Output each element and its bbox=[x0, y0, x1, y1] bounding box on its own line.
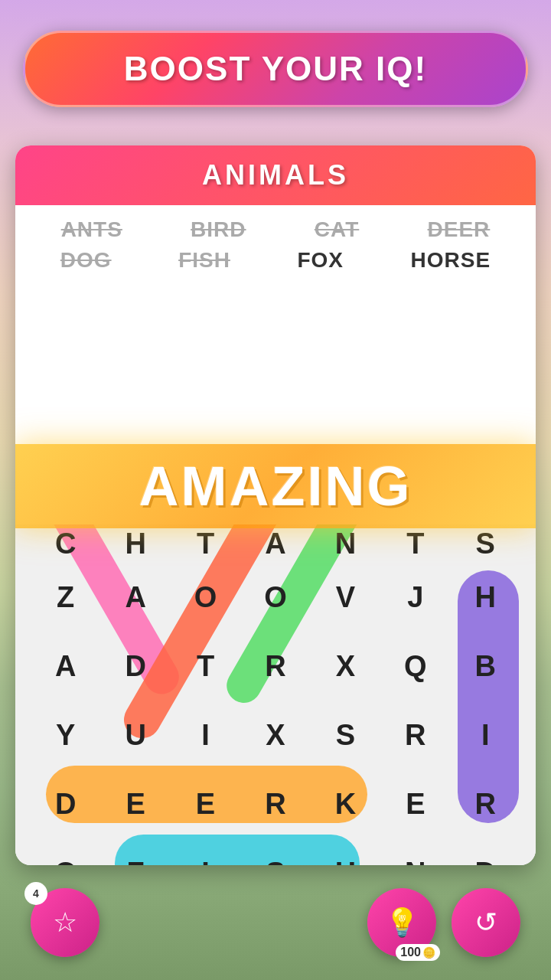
words-row-1: ANTS BIRD CAT DEER bbox=[31, 217, 520, 242]
cell-5-0: Q bbox=[35, 842, 96, 865]
refresh-icon: ↺ bbox=[474, 906, 497, 939]
cell-5-1: F bbox=[105, 842, 166, 865]
category-header: ANIMALS bbox=[15, 145, 536, 205]
cell-1-5: J bbox=[385, 567, 446, 628]
refresh-button[interactable]: ↺ bbox=[452, 888, 520, 957]
letter-grid: C H T A N T S Z A O O V J H A D bbox=[15, 524, 536, 865]
cell-5-4: H bbox=[315, 842, 376, 865]
hint-coins-badge: 100 🪙 bbox=[396, 944, 440, 961]
cell-p0: C bbox=[35, 524, 96, 563]
cell-2-1: D bbox=[105, 635, 166, 697]
cell-2-5: Q bbox=[385, 635, 446, 697]
hint-icon: 💡 bbox=[385, 906, 419, 939]
cell-1-6: H bbox=[455, 567, 516, 628]
grid-row-3: Y U I X S R I bbox=[15, 701, 536, 769]
cell-5-6: D bbox=[455, 842, 516, 865]
grid-row-partial: C H T A N T S bbox=[15, 524, 536, 563]
cell-2-0: A bbox=[35, 635, 96, 697]
cell-p4: N bbox=[315, 524, 376, 563]
cell-4-2: E bbox=[175, 773, 236, 835]
cell-3-3: X bbox=[245, 704, 306, 766]
cell-3-4: S bbox=[315, 704, 376, 766]
game-card: ANIMALS ANTS BIRD CAT DEER DOG FISH FOX … bbox=[15, 145, 536, 865]
grid-row-5: Q F I S H N D bbox=[15, 838, 536, 865]
word-fox: FOX bbox=[297, 248, 344, 273]
hint-button[interactable]: 💡 100 🪙 bbox=[367, 888, 436, 957]
cell-p2: T bbox=[175, 524, 236, 563]
cell-p5: T bbox=[385, 524, 446, 563]
bottom-nav: ☆ 4 💡 100 🪙 ↺ bbox=[0, 888, 551, 957]
cell-2-2: T bbox=[175, 635, 236, 697]
grid-row-1: Z A O O V J H bbox=[15, 563, 536, 632]
amazing-text: AMAZING bbox=[139, 455, 412, 518]
cell-1-2: O bbox=[175, 567, 236, 628]
category-title: ANIMALS bbox=[29, 159, 522, 191]
word-horse: HORSE bbox=[411, 248, 491, 273]
cell-3-5: R bbox=[385, 704, 446, 766]
coin-icon: 🪙 bbox=[422, 946, 435, 959]
grid-row-2: A D T R X Q B bbox=[15, 632, 536, 701]
word-fish: FISH bbox=[178, 248, 230, 273]
cell-4-4: K bbox=[315, 773, 376, 835]
amazing-overlay: AMAZING bbox=[15, 444, 536, 528]
cell-1-1: A bbox=[105, 567, 166, 628]
cell-2-6: B bbox=[455, 635, 516, 697]
word-ants: ANTS bbox=[61, 217, 122, 242]
cell-4-6: R bbox=[455, 773, 516, 835]
grid-row-4: D E E R K E R bbox=[15, 769, 536, 838]
cell-3-1: U bbox=[105, 704, 166, 766]
star-button[interactable]: ☆ 4 bbox=[31, 888, 99, 957]
word-deer: DEER bbox=[428, 217, 491, 242]
cell-1-4: V bbox=[315, 567, 376, 628]
cell-p1: H bbox=[105, 524, 166, 563]
word-bird: BIRD bbox=[191, 217, 246, 242]
word-dog: DOG bbox=[60, 248, 112, 273]
cell-3-2: I bbox=[175, 704, 236, 766]
cell-3-0: Y bbox=[35, 704, 96, 766]
cell-p3: A bbox=[245, 524, 306, 563]
cell-1-0: Z bbox=[35, 567, 96, 628]
cell-1-3: O bbox=[245, 567, 306, 628]
cell-3-6: I bbox=[455, 704, 516, 766]
cell-p6: S bbox=[455, 524, 516, 563]
boost-banner[interactable]: BOOST YOUR IQ! bbox=[23, 31, 528, 107]
cell-5-3: S bbox=[245, 842, 306, 865]
cell-5-2: I bbox=[175, 842, 236, 865]
star-icon: ☆ bbox=[53, 906, 77, 939]
word-cat: CAT bbox=[315, 217, 359, 242]
boost-text: BOOST YOUR IQ! bbox=[124, 50, 427, 88]
cell-2-3: R bbox=[245, 635, 306, 697]
hint-coins-count: 100 bbox=[400, 946, 421, 959]
cell-4-5: E bbox=[385, 773, 446, 835]
cell-5-5: N bbox=[385, 842, 446, 865]
grid-area[interactable]: C H T A N T S Z A O O V J H A D bbox=[15, 524, 536, 865]
star-count: 4 bbox=[24, 882, 47, 905]
words-section: ANTS BIRD CAT DEER DOG FISH FOX HORSE bbox=[15, 205, 536, 285]
cell-4-1: E bbox=[105, 773, 166, 835]
cell-4-0: D bbox=[35, 773, 96, 835]
cell-2-4: X bbox=[315, 635, 376, 697]
cell-4-3: R bbox=[245, 773, 306, 835]
words-row-2: DOG FISH FOX HORSE bbox=[31, 248, 520, 273]
